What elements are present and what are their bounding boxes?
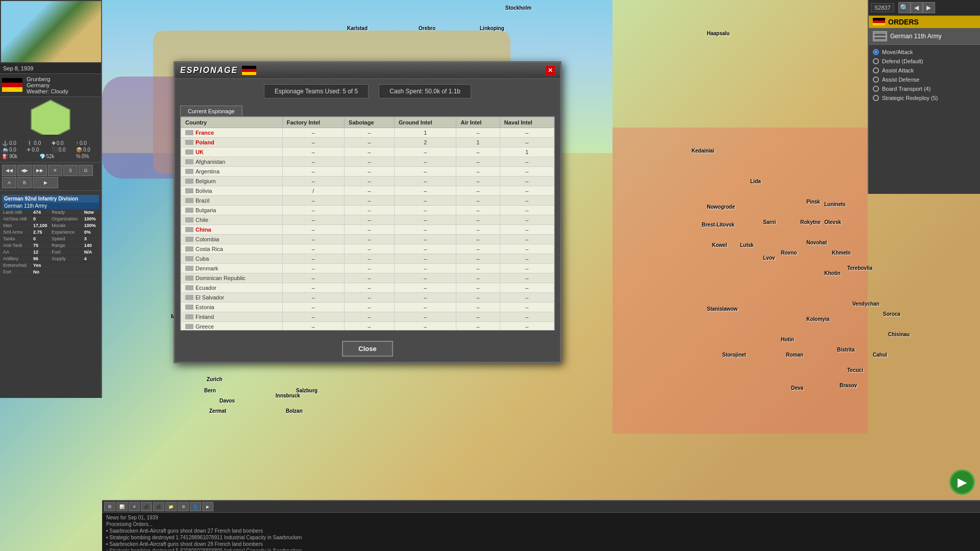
country-flag: [185, 295, 193, 300]
city-label-luninets: Luninets: [824, 202, 846, 207]
nav-right-btn[interactable]: ▶: [923, 2, 935, 13]
factory-intel-cell: –: [282, 293, 344, 303]
log-btn-9[interactable]: ▶: [202, 502, 213, 511]
espionage-close-button[interactable]: Close: [342, 341, 393, 357]
stat-value: 17,100: [32, 222, 51, 229]
toolbar-btn-prev-prev[interactable]: ◀◀: [2, 165, 16, 176]
air-intel-cell: –: [456, 157, 500, 167]
toolbar-btn-g[interactable]: G: [79, 165, 93, 176]
col-header-air-intel: Air Intel: [456, 117, 500, 128]
naval-intel-cell: –: [500, 264, 554, 273]
minimap[interactable]: [1, 1, 101, 62]
radio-circle: [873, 58, 879, 64]
stat-value2: 140: [83, 242, 99, 249]
order-option-assist-attack[interactable]: Assist Attack: [873, 67, 976, 73]
toolbar-btn-unit-action[interactable]: ▶: [33, 177, 58, 188]
log-btn-2[interactable]: 📊: [116, 502, 128, 511]
naval-intel-cell: –: [500, 303, 554, 312]
log-btn-7[interactable]: ⚙: [178, 502, 189, 511]
air-intel-cell: –: [456, 196, 500, 206]
air-intel-cell: –: [456, 264, 500, 273]
espionage-row: UK––––1: [181, 147, 554, 157]
espionage-row: Afghanistan–––––: [181, 157, 554, 167]
stat-value: Yes: [32, 262, 51, 269]
toolbar-btn-a[interactable]: A: [2, 177, 16, 188]
stat-value: 0: [32, 236, 51, 242]
espionage-cash-spent: Cash Spent: 50.0k of 1.1b: [379, 84, 471, 98]
naval-intel-cell: –: [500, 273, 554, 283]
order-option-assist-defense[interactable]: Assist Defense: [873, 77, 976, 83]
country-flag: [185, 140, 193, 145]
order-option-strategic-redeploy--5-[interactable]: Strategic Redeploy (5): [873, 95, 976, 101]
country-name-cell: Dominican Republic: [195, 275, 246, 281]
log-line: • Strategic bombing destroyed 5.82080602…: [106, 548, 976, 550]
radio-circle: [873, 77, 879, 83]
country-flag: [185, 276, 193, 281]
stat-label2: Organization: [51, 216, 83, 222]
naval-intel-cell: –: [500, 138, 554, 147]
order-option-board-transport--4-[interactable]: Board Transport (4): [873, 86, 976, 92]
factory-intel-cell: –: [282, 206, 344, 215]
sabotage-intel-cell: –: [345, 244, 395, 254]
coord-display: S2837: [871, 3, 894, 12]
log-btn-6[interactable]: 📁: [165, 502, 177, 511]
toolbar-btn-close[interactable]: ✕: [48, 165, 62, 176]
log-btn-4[interactable]: ⬛: [141, 502, 152, 511]
nav-left-btn[interactable]: ◀: [911, 2, 923, 13]
espionage-row: Estonia–––––: [181, 303, 554, 312]
country-name-cell: Poland: [195, 139, 214, 145]
toolbar-btn-next[interactable]: ▶▶: [33, 165, 47, 176]
country-cell: Estonia: [181, 303, 283, 312]
unit-stat-row: Anti-Tank75Range140: [2, 242, 99, 249]
country-name-cell: Estonia: [195, 304, 214, 310]
espionage-row: Cuba–––––: [181, 254, 554, 264]
espionage-data-rows: France––1––Poland––21–UK––––1Afghanistan…: [181, 128, 554, 331]
log-btn-3[interactable]: ✕: [129, 502, 140, 511]
orders-header: ORDERS: [869, 16, 980, 28]
log-btn-1[interactable]: ⛓: [104, 502, 115, 511]
espionage-row: Belgium–––––: [181, 177, 554, 186]
message-log: ⛓ 📊 ✕ ⬛ ⬛ 📁 ⚙ 👤 ▶ News for Sep 01, 1939P…: [102, 500, 980, 551]
stat-fuel: 90k: [9, 154, 17, 159]
stat-label: Air/Sea Attk: [2, 216, 32, 222]
sabotage-intel-cell: –: [345, 235, 395, 244]
unit-stat-row: FortNo: [2, 269, 99, 276]
country-flag: [185, 285, 193, 290]
log-btn-8[interactable]: 👤: [190, 502, 201, 511]
log-btn-5[interactable]: ⬛: [153, 502, 164, 511]
espionage-row: France––1––: [181, 128, 554, 138]
city-label-khotin: Khotin: [824, 270, 841, 276]
city-label-lida: Lida: [750, 179, 761, 184]
espionage-teams-used: Espionage Teams Used: 5 of 5: [264, 84, 369, 98]
factory-intel-cell: –: [282, 215, 344, 225]
city-label-deva: Deva: [791, 385, 803, 391]
espionage-title: ESPIONAGE: [180, 66, 238, 75]
region-info: Grunberg Germany Weather: Cloudy: [27, 76, 68, 94]
espionage-table-container[interactable]: CountryFactory IntelSabotageGround Intel…: [180, 116, 555, 331]
order-option-move-attack[interactable]: Move/Attack: [873, 49, 976, 55]
next-turn-button[interactable]: ▶: [949, 469, 975, 495]
espionage-close-x-button[interactable]: ✕: [546, 66, 555, 75]
city-label-nowogrode: Nowogrode: [707, 204, 735, 210]
factory-intel-cell: –: [282, 244, 344, 254]
country-name-cell: Cuba: [195, 256, 209, 262]
city-label-zermat: Zermat: [209, 408, 226, 414]
log-line: • Saarbrucken Anti-Aircraft guns shoot d…: [106, 541, 976, 547]
city-label-karlstad: Karlstad: [347, 26, 368, 31]
radio-circle: [873, 67, 879, 73]
espionage-row: China–––––: [181, 225, 554, 235]
air-intel-cell: –: [456, 147, 500, 157]
air-intel-cell: –: [456, 167, 500, 177]
stat-val-7: 0.0: [59, 147, 66, 153]
toolbar-btn-prev[interactable]: ◀▶: [17, 165, 32, 176]
orders-flag-yellow: [873, 23, 885, 26]
stat-value2: 100%: [83, 216, 99, 222]
toolbar-btn-s[interactable]: S: [63, 165, 78, 176]
tab-current-espionage[interactable]: Current Espionage: [180, 106, 242, 116]
country-cell: Colombia: [181, 235, 283, 244]
city-label-hotin: Hotin: [781, 337, 794, 342]
unit-stat-row: Tanks0Speed3: [2, 236, 99, 242]
zoom-btn[interactable]: 🔍: [898, 2, 911, 13]
order-option-defend--default-[interactable]: Defend (Default): [873, 58, 976, 64]
toolbar-btn-b[interactable]: B: [17, 177, 32, 188]
